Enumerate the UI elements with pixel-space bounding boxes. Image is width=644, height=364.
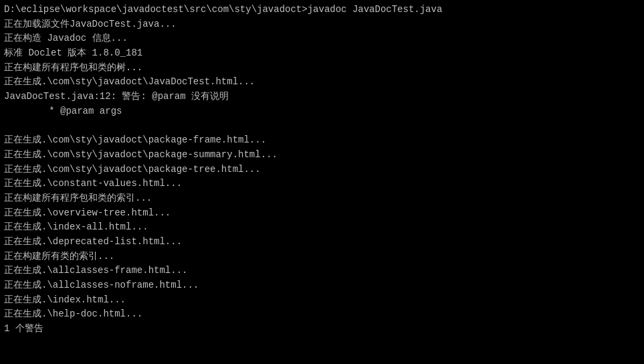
terminal-line: 正在生成.\help-doc.html... <box>4 307 640 322</box>
terminal-line: 正在生成.\com\sty\javadoct\package-tree.html… <box>4 163 640 177</box>
terminal-line: 正在生成.\allclasses-frame.html... <box>4 264 640 278</box>
terminal-window: D:\eclipse\workspace\javadoctest\src\com… <box>0 0 644 364</box>
terminal-line: 标准 Doclet 版本 1.8.0_181 <box>4 46 640 61</box>
terminal-line: 正在生成.\constant-values.html... <box>4 177 640 191</box>
terminal-line: 正在生成.\allclasses-noframe.html... <box>4 278 640 293</box>
terminal-line: 正在生成.\deprecated-list.html... <box>4 235 640 250</box>
terminal-line: 正在生成.\index.html... <box>4 293 640 308</box>
terminal-line: 正在生成.\com\sty\javadoct\JavaDocTest.html.… <box>4 75 640 90</box>
terminal-line: 正在生成.\overview-tree.html... <box>4 206 640 221</box>
terminal-line: * @param args <box>4 104 640 119</box>
terminal-line <box>4 119 640 134</box>
terminal-line: 正在构建所有程序包和类的索引... <box>4 191 640 206</box>
terminal-line: 正在构造 Javadoc 信息... <box>4 31 640 46</box>
terminal-line: 正在构建所有程序包和类的树... <box>4 61 640 76</box>
terminal-line: 正在加载源文件JavaDocTest.java... <box>4 17 640 32</box>
terminal-line: D:\eclipse\workspace\javadoctest\src\com… <box>4 3 640 17</box>
terminal-line: 1 个警告 <box>4 322 640 337</box>
terminal-line: 正在生成.\com\sty\javadoct\package-summary.h… <box>4 148 640 163</box>
terminal-line: 正在生成.\com\sty\javadoct\package-frame.htm… <box>4 133 640 148</box>
terminal-line: 正在生成.\index-all.html... <box>4 220 640 235</box>
terminal-line: JavaDocTest.java:12: 警告: @param 没有说明 <box>4 90 640 104</box>
terminal-line: 正在构建所有类的索引... <box>4 250 640 264</box>
